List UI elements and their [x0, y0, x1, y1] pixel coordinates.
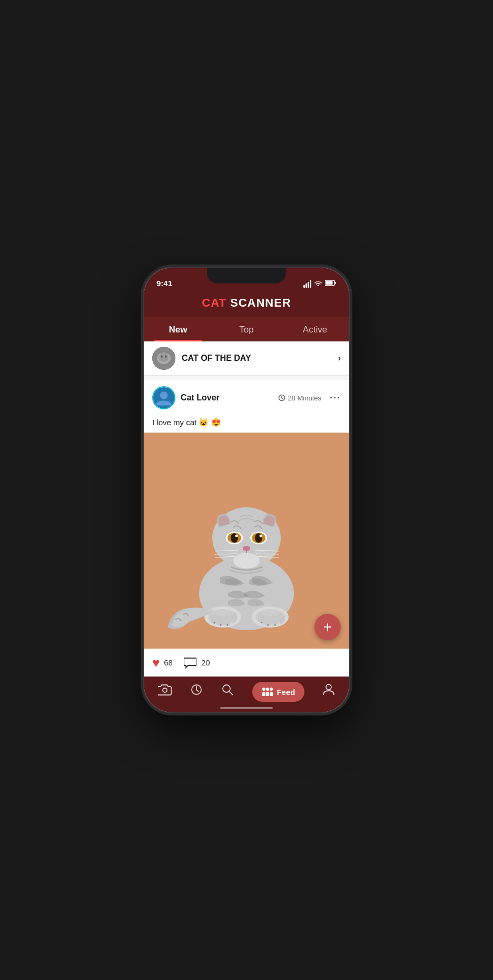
phone-shell: 9:41: [144, 268, 349, 712]
svg-point-50: [262, 688, 265, 691]
svg-point-11: [165, 356, 166, 357]
tab-new[interactable]: New: [144, 317, 212, 341]
likes-count: 68: [164, 658, 173, 667]
nav-search[interactable]: [221, 683, 234, 700]
svg-point-38: [243, 546, 250, 551]
svg-rect-2: [335, 282, 336, 285]
post-header: Cat Lover 28 Minutes ···: [144, 380, 349, 416]
app-title-cat: CAT: [202, 296, 226, 309]
svg-point-56: [326, 684, 331, 690]
search-icon: [221, 683, 234, 699]
svg-rect-1: [326, 281, 333, 285]
content-area: CAT OF THE DAY ›: [144, 341, 349, 677]
heart-icon[interactable]: ♥: [152, 655, 160, 670]
post-more-button[interactable]: ···: [330, 393, 341, 404]
comments-count: 20: [201, 658, 210, 667]
post-time-text: 28 Minutes: [288, 394, 321, 402]
history-icon: [190, 683, 203, 699]
post-meta: 28 Minutes ···: [278, 393, 341, 404]
fab-add-button[interactable]: +: [314, 614, 341, 640]
svg-point-52: [270, 688, 273, 691]
svg-point-5: [159, 354, 169, 362]
post-caption: I love my cat 🐱 😍: [144, 416, 349, 433]
likes-group: ♥ 68: [152, 655, 173, 670]
nav-history[interactable]: [190, 683, 203, 700]
svg-point-51: [266, 688, 269, 691]
status-time: 9:41: [156, 279, 172, 288]
comments-group: 20: [183, 656, 210, 669]
svg-point-28: [277, 613, 285, 624]
svg-point-45: [233, 553, 260, 569]
battery-icon: [325, 280, 337, 288]
cotd-banner[interactable]: CAT OF THE DAY ›: [144, 341, 349, 376]
svg-point-48: [223, 685, 230, 692]
post-actions: ♥ 68 20: [144, 649, 349, 677]
svg-line-49: [230, 692, 233, 695]
cat-image: [144, 433, 349, 649]
camera-icon: [158, 684, 172, 699]
cotd-chevron-icon: ›: [338, 354, 341, 363]
notch: [207, 268, 286, 283]
post-username: Cat Lover: [181, 393, 278, 403]
app-title-scanner: SCANNER: [226, 296, 291, 309]
tab-bar: New Top Active: [144, 317, 349, 341]
nav-camera[interactable]: [158, 684, 172, 700]
app-header: CAT SCANNER: [144, 291, 349, 317]
nav-feed-button[interactable]: Feed: [252, 682, 304, 702]
app-title: CAT SCANNER: [154, 296, 339, 310]
cotd-avatar: [152, 347, 175, 370]
svg-point-22: [230, 613, 237, 623]
svg-point-37: [260, 534, 262, 537]
signal-bars-icon: [303, 280, 311, 288]
post-avatar: [152, 386, 175, 409]
home-indicator: [220, 707, 273, 709]
phone-screen: 9:41: [144, 268, 349, 712]
svg-point-10: [161, 356, 162, 357]
svg-rect-55: [270, 692, 273, 696]
status-icons: [303, 280, 337, 288]
cotd-title: CAT OF THE DAY: [182, 354, 338, 363]
cat-image-container: +: [144, 433, 349, 649]
comment-icon[interactable]: [183, 656, 197, 669]
post-time: 28 Minutes: [278, 394, 321, 402]
nav-profile[interactable]: [323, 683, 334, 700]
svg-rect-54: [266, 692, 269, 696]
post-card: Cat Lover 28 Minutes ··· I love my: [144, 380, 349, 677]
tab-top[interactable]: Top: [212, 317, 281, 341]
nav-feed-label: Feed: [277, 688, 295, 697]
wifi-icon: [314, 280, 322, 288]
tab-active[interactable]: Active: [281, 317, 349, 341]
svg-point-33: [235, 534, 238, 537]
svg-rect-53: [262, 692, 265, 696]
svg-point-13: [160, 391, 168, 399]
fab-plus-icon: +: [323, 620, 332, 634]
svg-point-46: [163, 688, 167, 692]
profile-icon: [323, 683, 334, 699]
